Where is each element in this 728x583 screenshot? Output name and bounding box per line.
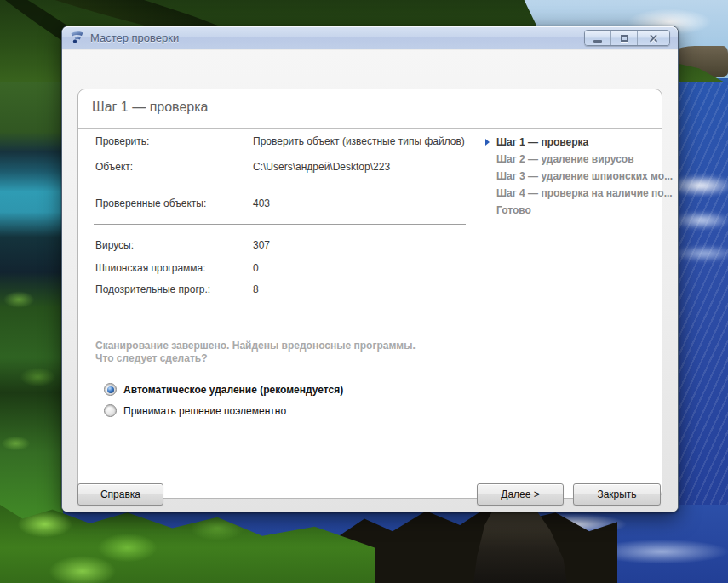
window-titlebar[interactable]: Мастер проверки	[62, 26, 678, 49]
heading-divider	[78, 128, 662, 129]
maximize-button[interactable]	[611, 31, 638, 45]
row-label: Проверить:	[95, 135, 149, 147]
option-label: Принимать решение поэлементно	[123, 405, 286, 417]
step-label: Шаг 2 — удаление вирусов	[496, 153, 634, 165]
results-divider	[94, 224, 466, 225]
wallpaper-wave-foam	[672, 245, 728, 262]
wallpaper-ocean	[679, 82, 728, 515]
close-button[interactable]	[638, 31, 669, 45]
row-value: 0	[253, 262, 259, 274]
summary-row: Проверить: Проверить объект (известные т…	[95, 135, 479, 147]
status-line-2: Что следует сделать?	[95, 352, 416, 365]
step-label: Шаг 1 — проверка	[496, 136, 588, 148]
maximize-icon	[621, 35, 628, 42]
row-label: Вирусы:	[95, 239, 134, 251]
close-wizard-button[interactable]: Закрыть	[573, 483, 661, 506]
wallpaper-wave-foam	[672, 211, 728, 230]
summary-row: Проверенные объекты: 403	[95, 197, 479, 209]
help-button[interactable]: Справка	[77, 483, 163, 506]
step-item-2: Шаг 2 — удаление вирусов	[485, 154, 660, 164]
step-item-4: Шаг 4 — проверка на наличие по...	[485, 188, 660, 198]
row-value: 8	[253, 283, 259, 295]
step-item-1-current: Шаг 1 — проверка	[485, 137, 660, 147]
result-row: Подозрительные прогр.: 8	[95, 283, 479, 295]
result-row: Шпионская программа: 0	[95, 262, 479, 274]
step-label: Шаг 4 — проверка на наличие по...	[496, 187, 673, 199]
row-value: 307	[253, 239, 270, 251]
radio-dot	[107, 386, 114, 393]
window-title: Мастер проверки	[90, 31, 179, 44]
step-label: Шаг 3 — удаление шпионских мо...	[496, 170, 673, 182]
row-value: 403	[253, 197, 270, 209]
wallpaper-left-foliage-highlight	[0, 255, 63, 477]
summary-row: Объект: C:\Users\андрей\Desktop\223	[95, 161, 479, 173]
row-value: Проверить объект (известные типы файлов)	[253, 135, 465, 147]
wizard-panel: Шаг 1 — проверка Проверить: Проверить об…	[77, 89, 662, 499]
step-label: Готово	[496, 204, 531, 216]
status-line-1: Сканирование завершено. Найдены вредонос…	[95, 340, 416, 352]
radio-unselected-icon[interactable]	[104, 404, 117, 417]
wallpaper-bottom	[0, 505, 728, 583]
desktop-wallpaper: Мастер проверки Шаг 1 — проверка Пр	[0, 0, 728, 583]
wizard-steps-list: Шаг 1 — проверка Шаг 2 — удаление вирусо…	[485, 137, 660, 222]
radio-selected-icon[interactable]	[104, 383, 117, 396]
row-label: Объект:	[95, 161, 133, 173]
option-label: Автоматическое удаление (рекомендуется)	[123, 384, 343, 396]
scan-wizard-window: Мастер проверки Шаг 1 — проверка Пр	[61, 26, 679, 512]
current-step-arrow-icon	[485, 139, 490, 146]
minimize-icon	[593, 40, 602, 43]
row-label: Проверенные объекты:	[95, 197, 206, 209]
row-value: C:\Users\андрей\Desktop\223	[253, 161, 390, 173]
result-row: Вирусы: 307	[95, 239, 479, 251]
step-item-done: Готово	[485, 205, 660, 215]
row-label: Шпионская программа:	[95, 262, 206, 274]
option-auto-removal[interactable]: Автоматическое удаление (рекомендуется)	[104, 383, 343, 396]
wallpaper-plants	[0, 505, 375, 583]
fsecure-logo-icon	[70, 31, 84, 44]
row-label: Подозрительные прогр.:	[95, 283, 210, 295]
scan-status-text: Сканирование завершено. Найдены вредонос…	[95, 340, 416, 365]
page-title: Шаг 1 — проверка	[92, 100, 208, 115]
next-button[interactable]: Далее >	[477, 483, 564, 506]
window-controls	[584, 30, 670, 46]
close-icon	[649, 33, 658, 43]
window-body: Шаг 1 — проверка Проверить: Проверить об…	[62, 50, 678, 512]
minimize-button[interactable]	[585, 31, 611, 45]
step-item-3: Шаг 3 — удаление шпионских мо...	[485, 171, 660, 181]
option-decide-per-item[interactable]: Принимать решение поэлементно	[104, 404, 286, 417]
